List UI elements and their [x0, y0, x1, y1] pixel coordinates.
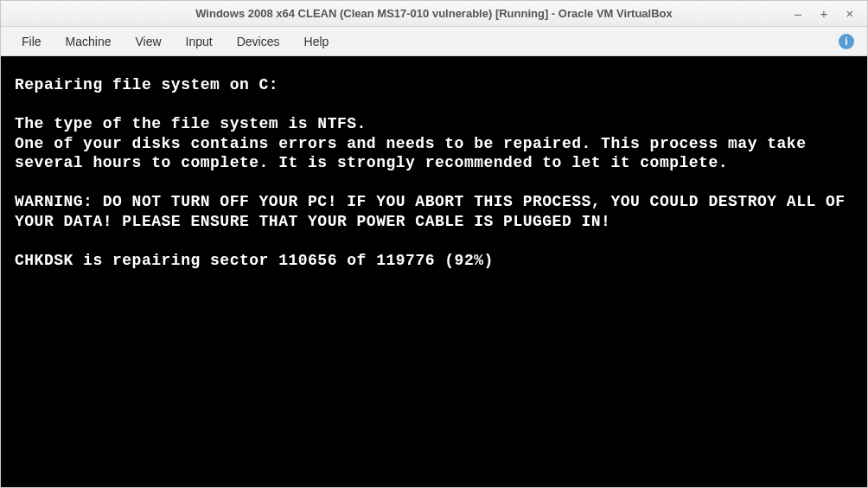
console-warning: WARNING: DO NOT TURN OFF YOUR PC! IF YOU…	[15, 193, 855, 230]
menubar: File Machine View Input Devices Help i	[1, 27, 867, 56]
info-icon: i	[839, 34, 854, 49]
close-button[interactable]: ×	[843, 7, 857, 21]
chkdsk-current-sector: 110656	[278, 252, 337, 269]
vm-screen[interactable]: Repairing file system on C: The type of …	[1, 56, 867, 487]
menu-machine[interactable]: Machine	[54, 29, 124, 54]
window-title: Windows 2008 x64 CLEAN (Clean MS17-010 v…	[8, 7, 860, 20]
menu-file[interactable]: File	[10, 29, 54, 54]
minimize-button[interactable]: –	[791, 7, 805, 21]
titlebar[interactable]: Windows 2008 x64 CLEAN (Clean MS17-010 v…	[1, 1, 867, 27]
chkdsk-percent: 92%	[455, 252, 484, 269]
menu-help[interactable]: Help	[292, 29, 341, 54]
info-button[interactable]: i	[838, 33, 855, 50]
console-output: Repairing file system on C: The type of …	[15, 75, 853, 270]
menu-devices[interactable]: Devices	[225, 29, 292, 54]
console-line: The type of the file system is NTFS.	[15, 115, 367, 132]
menu-view[interactable]: View	[123, 29, 173, 54]
console-line: One of your disks contains errors and ne…	[15, 135, 816, 172]
console-line: Repairing file system on C:	[15, 76, 278, 93]
window-controls: – + ×	[791, 7, 857, 21]
chkdsk-total-sectors: 119776	[376, 252, 435, 269]
maximize-button[interactable]: +	[817, 7, 831, 21]
vm-window: Windows 2008 x64 CLEAN (Clean MS17-010 v…	[0, 0, 868, 488]
chkdsk-progress-line: CHKDSK is repairing sector 110656 of 119…	[15, 252, 494, 269]
menu-input[interactable]: Input	[174, 29, 225, 54]
